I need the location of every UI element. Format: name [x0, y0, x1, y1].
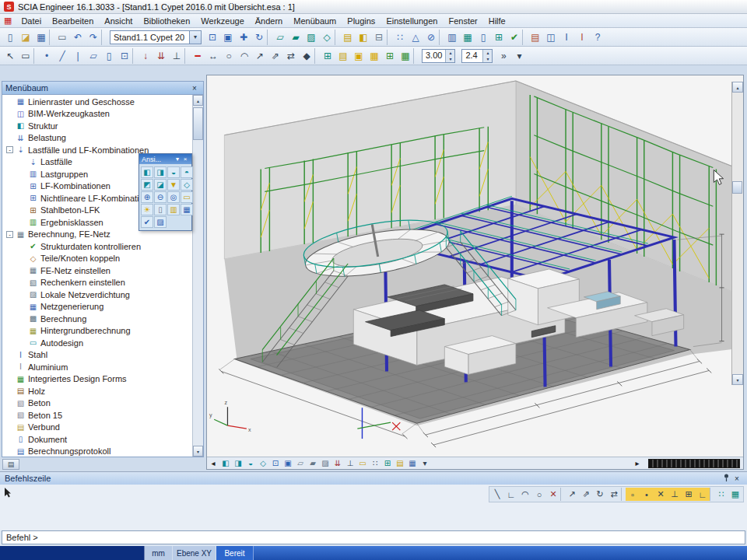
shaded-icon[interactable]: ▰	[288, 30, 303, 45]
tree-item[interactable]: ▧ Beton	[2, 397, 192, 410]
concrete-member-icon[interactable]: Ⅰ	[574, 30, 590, 45]
document-icon[interactable]: ▯	[475, 30, 491, 45]
tree-item[interactable]: ▩ Berechnung	[2, 313, 192, 325]
zoom-selection-icon[interactable]: ◎	[167, 191, 180, 203]
mdi-child-icon[interactable]: ▦	[4, 16, 12, 26]
plate-tool-icon[interactable]: ▱	[86, 48, 101, 64]
snap-midpoint-icon[interactable]: •	[640, 488, 654, 501]
hatch-icon[interactable]: ▨	[154, 216, 167, 228]
beam-tool-icon[interactable]: ╱	[54, 48, 70, 64]
viewport-scrollbar[interactable]: ▴ ▾	[731, 82, 743, 385]
column-tool-icon[interactable]: |	[70, 48, 86, 64]
tree-item[interactable]: ✔ Strukturdaten kontrollieren	[2, 240, 192, 253]
zoom-in-icon[interactable]: ⊕	[141, 191, 153, 203]
scrollbar-thumb[interactable]	[732, 181, 742, 194]
red-line-icon[interactable]: ━	[190, 48, 205, 64]
show-labels-icon[interactable]: ▭	[356, 457, 369, 469]
layers-icon[interactable]: ▤	[340, 30, 356, 45]
tree-item[interactable]: ◫ BIM-Werkzeugkasten	[2, 108, 192, 121]
accept-icon[interactable]: ✔	[141, 216, 153, 228]
perspective-icon[interactable]: ◇	[319, 30, 335, 45]
circle-tool-icon[interactable]: ○	[532, 488, 546, 501]
steel-member-icon[interactable]: Ⅰ	[559, 30, 574, 45]
animation-strip[interactable]	[648, 459, 740, 468]
polyline-tool-icon[interactable]: ∟	[504, 488, 518, 501]
tree-item[interactable]: Ⅰ Stahl	[2, 349, 192, 362]
tree-item[interactable]: ⇊ Belastung	[2, 132, 192, 145]
calculator-icon[interactable]: ⊞	[491, 30, 507, 45]
tree-item[interactable]: ▧ Beton 15	[2, 409, 192, 422]
show-loads-icon[interactable]: ⇊	[331, 457, 344, 469]
activity-icon[interactable]: ◧	[356, 30, 371, 45]
erase-tool-icon[interactable]: ✕	[546, 488, 560, 501]
zoom-window-icon[interactable]: ▣	[282, 457, 294, 469]
value-spinner-1[interactable]: 3.00 ▴▾	[422, 49, 455, 63]
perspective-icon[interactable]: ◇	[181, 179, 193, 191]
show-numbers-icon[interactable]: ∷	[369, 457, 381, 469]
zoom-all-icon[interactable]: ▭	[181, 191, 193, 203]
copy-icon[interactable]: ⇗	[268, 48, 283, 64]
scale-icon[interactable]: ◆	[299, 48, 314, 64]
snap-ortho-icon[interactable]: ∟	[696, 488, 710, 501]
view-corner-icon[interactable]: ◩	[141, 179, 153, 191]
tree-expander-icon[interactable]: -	[6, 231, 13, 238]
move-icon[interactable]: ↗	[252, 48, 268, 64]
snap-endpoint-icon[interactable]: ▫	[626, 488, 640, 501]
menu-item[interactable]: Werkzeuge	[195, 16, 249, 26]
wireframe-icon[interactable]: ▱	[272, 30, 288, 45]
render-wire-icon[interactable]: ▱	[294, 457, 307, 469]
grid-snap-icon[interactable]: ▦	[181, 204, 193, 215]
tree-item[interactable]: ▦ Linienraster und Geschosse	[2, 96, 192, 108]
arc-tool-icon[interactable]: ◠	[237, 48, 252, 64]
scroll-down-icon[interactable]: ▾	[193, 446, 203, 457]
combobox-dropdown-icon[interactable]: ▾	[189, 31, 201, 44]
view-axo-icon[interactable]: ◓	[181, 166, 193, 178]
tree-item[interactable]: ▧ Rechenkern einstellen	[2, 277, 192, 289]
axonometry-icon[interactable]: ◇	[257, 457, 269, 469]
value-spinner-2[interactable]: 2.4 ▴▾	[461, 49, 493, 63]
hidden-lines-icon[interactable]: ▨	[303, 30, 319, 45]
tree-item[interactable]: ▤ Holz	[2, 385, 192, 397]
status-indicator[interactable]: Bereit	[216, 546, 254, 560]
dimension-icon[interactable]: ↔	[205, 48, 221, 64]
move-tool-icon[interactable]: ↗	[565, 488, 579, 501]
close-icon[interactable]: ×	[731, 474, 742, 483]
menu-item[interactable]: Ändern	[250, 16, 288, 26]
clip-box-icon[interactable]: ▥	[167, 204, 180, 215]
save-icon[interactable]: ▦	[33, 30, 49, 45]
view-xz-icon[interactable]: ◨	[154, 166, 167, 178]
print-icon[interactable]: ▭	[54, 30, 70, 45]
mirror-icon[interactable]: ⇄	[283, 48, 299, 64]
deselect-icon[interactable]: ⊘	[423, 30, 439, 45]
coordinates-icon[interactable]: ∷	[714, 488, 728, 501]
select-arrow-icon[interactable]: ↖	[2, 48, 18, 64]
pan-icon[interactable]: ✚	[236, 30, 251, 45]
tree-item[interactable]: ▨ Lokale Netzverdichtung	[2, 289, 192, 301]
copy-tool-icon[interactable]: ⇗	[579, 488, 593, 501]
selection-filter-icon[interactable]: ▦	[366, 48, 382, 64]
close-icon[interactable]: ×	[181, 156, 189, 163]
clip-plane-icon[interactable]: ▯	[154, 204, 167, 215]
render-shaded-icon[interactable]: ▰	[307, 457, 319, 469]
properties-icon[interactable]: ▥	[444, 30, 460, 45]
value-spinner-2-value[interactable]: 2.4	[462, 50, 482, 62]
tree-item[interactable]: ▦ Netzgenerierung	[2, 301, 192, 313]
scroll-down-icon[interactable]: ▾	[732, 374, 743, 385]
view-yz-icon[interactable]: ◒	[167, 166, 180, 178]
show-supports-icon[interactable]: ⊥	[344, 457, 356, 469]
clipping-box-icon[interactable]: ⊟	[371, 30, 387, 45]
tree-item[interactable]: ▦ Integriertes Design Forms	[2, 373, 192, 386]
close-icon[interactable]: ×	[189, 84, 200, 93]
activity-combobox[interactable]: Stand1.1 Cypet 20 ▾	[110, 30, 202, 44]
new-project-icon[interactable]: ▯	[2, 30, 18, 45]
mesh-view-icon[interactable]: ▦	[398, 48, 413, 64]
work-plane-icon[interactable]: ▤	[394, 457, 406, 469]
opening-tool-icon[interactable]: ⊡	[117, 48, 132, 64]
zoom-all-icon[interactable]: ⊡	[269, 457, 282, 469]
tree-item[interactable]: ▤ Verbund	[2, 422, 192, 434]
view-y-icon[interactable]: ◨	[232, 457, 244, 469]
more-tools-icon[interactable]: »	[496, 48, 511, 64]
tree-item[interactable]: ▦ Hintergrundberechnung	[2, 325, 192, 338]
redo-icon[interactable]: ↷	[86, 30, 101, 45]
menu-item[interactable]: Bearbeiten	[47, 16, 99, 26]
